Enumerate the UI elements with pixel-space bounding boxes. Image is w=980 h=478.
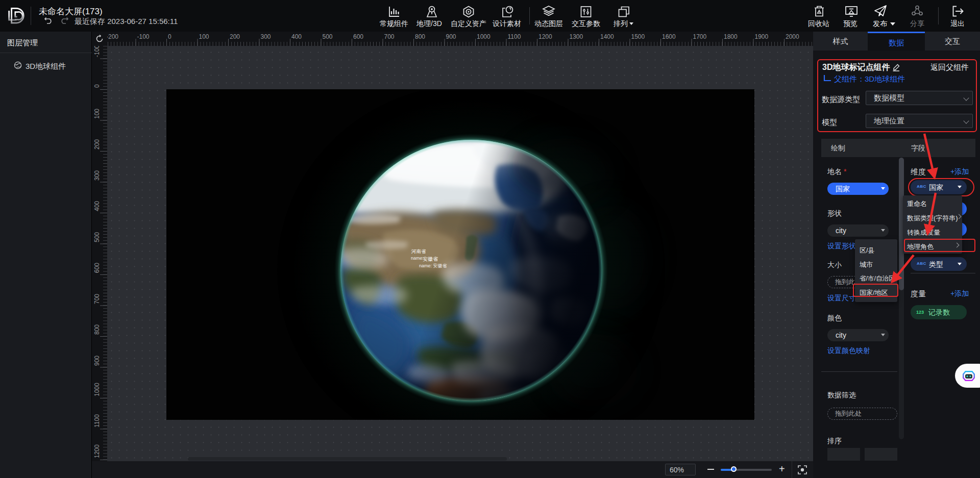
svg-text:安徽省: 安徽省 (423, 256, 438, 262)
svg-text:name: 安徽省: name: 安徽省 (419, 263, 447, 268)
svg-text:name:: name: (411, 256, 424, 261)
svg-text:河南省: 河南省 (411, 248, 426, 254)
